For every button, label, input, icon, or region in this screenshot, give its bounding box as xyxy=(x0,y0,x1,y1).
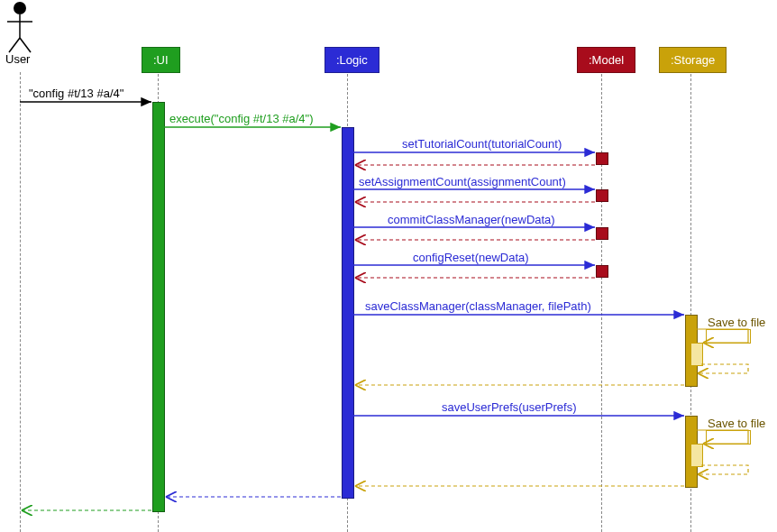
actor-head-icon xyxy=(14,2,26,14)
msg-save-classmgr: saveClassManager(classManager, filePath) xyxy=(365,299,591,313)
activation-ui xyxy=(152,102,165,512)
participant-ui-label: :UI xyxy=(153,53,169,67)
msg-user-to-ui: "config #t/13 #a/4" xyxy=(29,87,123,100)
svg-line-3 xyxy=(20,38,31,52)
msg-save-file-1: Save to file xyxy=(708,316,765,329)
participant-logic-label: :Logic xyxy=(336,53,368,67)
activation-model-4 xyxy=(596,265,608,278)
activation-model-1 xyxy=(596,152,608,165)
activation-storage-2b xyxy=(690,444,703,467)
activation-model-3 xyxy=(596,227,608,240)
activation-storage-1b xyxy=(690,343,703,366)
msg-set-assignment: setAssignmentCount(assignmentCount) xyxy=(359,175,566,188)
actor-label: User xyxy=(5,52,30,66)
actor-body-icon xyxy=(0,0,777,532)
participant-model-label: :Model xyxy=(589,53,624,67)
msg-save-file-2: Save to file xyxy=(708,417,765,430)
lifeline-model xyxy=(601,74,602,532)
svg-line-2 xyxy=(9,38,20,52)
lifeline-user xyxy=(20,72,21,532)
msg-ui-to-logic: execute("config #t/13 #a/4") xyxy=(169,112,314,125)
participant-storage-label: :Storage xyxy=(671,53,715,67)
msg-commit-classmgr: commitClassManager(newData) xyxy=(388,213,555,226)
participant-logic: :Logic xyxy=(325,47,379,73)
msg-set-tutorial: setTutorialCount(tutorialCount) xyxy=(402,137,562,151)
participant-storage: :Storage xyxy=(659,47,727,73)
sequence-arrows xyxy=(0,0,777,532)
participant-ui: :UI xyxy=(142,47,180,73)
activation-logic xyxy=(342,127,354,499)
participant-model: :Model xyxy=(577,47,635,73)
msg-save-userprefs: saveUserPrefs(userPrefs) xyxy=(442,400,577,414)
activation-model-2 xyxy=(596,189,608,202)
storage-self-box-2 xyxy=(706,430,751,445)
storage-self-box-1 xyxy=(706,329,751,344)
msg-config-reset: configReset(newData) xyxy=(413,251,529,264)
